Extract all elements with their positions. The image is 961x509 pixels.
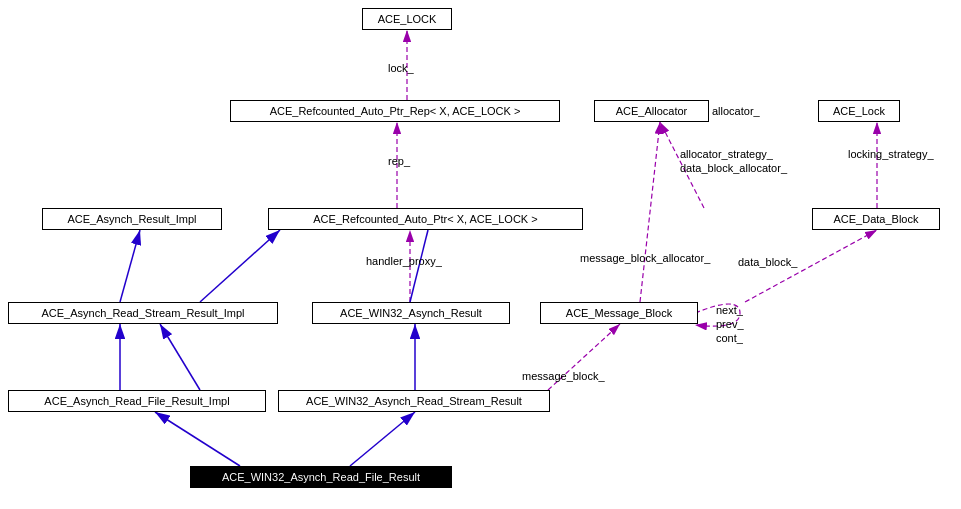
label-allocator: allocator_ xyxy=(712,105,760,117)
svg-line-18 xyxy=(350,412,415,466)
label-next: next_ xyxy=(716,304,743,316)
svg-line-17 xyxy=(155,412,240,466)
diagram-container: ACE_LOCK ACE_Refcounted_Auto_Ptr_Rep< X,… xyxy=(0,0,961,509)
node-ACE_Data_Block[interactable]: ACE_Data_Block xyxy=(812,208,940,230)
node-ACE_WIN32_Asynch_Read_File_Result[interactable]: ACE_WIN32_Asynch_Read_File_Result xyxy=(190,466,452,488)
label-data-block-allocator: data_block_allocator_ xyxy=(680,162,787,174)
node-ACE_WIN32_Asynch_Read_Stream_Result[interactable]: ACE_WIN32_Asynch_Read_Stream_Result xyxy=(278,390,550,412)
label-prev: prev_ xyxy=(716,318,744,330)
node-ACE_Allocator[interactable]: ACE_Allocator xyxy=(594,100,709,122)
label-cont: cont_ xyxy=(716,332,743,344)
node-ACE_Asynch_Read_Stream_Result_Impl[interactable]: ACE_Asynch_Read_Stream_Result_Impl xyxy=(8,302,278,324)
node-ACE_Message_Block[interactable]: ACE_Message_Block xyxy=(540,302,698,324)
label-allocator-strategy: allocator_strategy_ xyxy=(680,148,773,160)
label-locking-strategy: locking_strategy_ xyxy=(848,148,934,160)
label-handler-proxy: handler_proxy_ xyxy=(366,255,442,267)
label-message-block: message_block_ xyxy=(522,370,605,382)
arrows-svg xyxy=(0,0,961,509)
svg-line-11 xyxy=(120,230,140,302)
node-ACE_LOCK[interactable]: ACE_LOCK xyxy=(362,8,452,30)
node-ACE_Refcounted_Auto_Ptr_Rep[interactable]: ACE_Refcounted_Auto_Ptr_Rep< X, ACE_LOCK… xyxy=(230,100,560,122)
node-ACE_Asynch_Read_File_Result_Impl[interactable]: ACE_Asynch_Read_File_Result_Impl xyxy=(8,390,266,412)
svg-line-15 xyxy=(160,324,200,390)
svg-line-7 xyxy=(640,122,660,302)
label-message-block-allocator: message_block_allocator_ xyxy=(580,252,710,264)
node-ACE_Asynch_Result_Impl[interactable]: ACE_Asynch_Result_Impl xyxy=(42,208,222,230)
node-ACE_Refcounted_Auto_Ptr[interactable]: ACE_Refcounted_Auto_Ptr< X, ACE_LOCK > xyxy=(268,208,583,230)
node-ACE_Lock[interactable]: ACE_Lock xyxy=(818,100,900,122)
svg-line-12 xyxy=(200,230,280,302)
label-rep: rep_ xyxy=(388,155,410,167)
node-ACE_WIN32_Asynch_Result[interactable]: ACE_WIN32_Asynch_Result xyxy=(312,302,510,324)
label-lock: lock_ xyxy=(388,62,414,74)
label-data-block: data_block_ xyxy=(738,256,797,268)
